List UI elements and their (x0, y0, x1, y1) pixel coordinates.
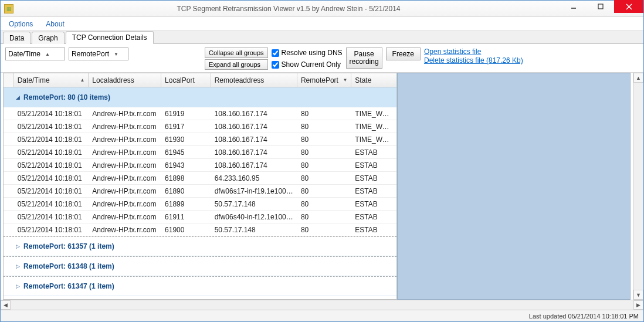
minimize-button[interactable] (560, 0, 587, 13)
cell-remoteaddress: dfw06s40-in-f12.1e100.net (211, 213, 297, 221)
col-state[interactable]: State (351, 73, 396, 87)
table-row[interactable]: 05/21/2014 10:18:01Andrew-HP.tx.rr.com61… (4, 159, 396, 172)
tab-connection-details[interactable]: TCP Connection Details (66, 31, 154, 44)
cell-remoteport: 80 (297, 123, 351, 131)
cell-localport: 61945 (161, 148, 211, 157)
pause-recording-button[interactable]: Pause recording (346, 48, 382, 69)
tabs: Data Graph TCP Connection Details (1, 31, 643, 44)
group-label: RemotePort: 61347 (1 item) (23, 282, 114, 290)
maximize-button[interactable] (587, 0, 614, 13)
cell-localport: 61911 (161, 213, 211, 221)
groupby-2-value: RemotePort (72, 50, 109, 58)
delete-statistics-link[interactable]: Delete statistics file (817.26 Kb) (424, 56, 523, 65)
cell-state: ESTAB (351, 226, 396, 234)
expand-icon[interactable]: ▷ (4, 283, 23, 289)
col-localaddress[interactable]: Localaddress (89, 73, 161, 87)
cell-remoteaddress: 64.233.160.95 (211, 174, 297, 182)
group-label: RemotePort: 80 (10 items) (23, 93, 110, 101)
cell-localport: 61919 (161, 110, 211, 118)
freeze-button[interactable]: Freeze (386, 48, 421, 60)
group-row-closed[interactable]: ▷RemotePort: 61347 (1 item) (4, 276, 396, 296)
menu-options[interactable]: Options (4, 19, 38, 29)
cell-datetime: 05/21/2014 10:18:01 (14, 174, 89, 182)
group-row-closed[interactable]: ▷RemotePort: 61357 (1 item) (4, 236, 396, 256)
cell-localport: 61899 (161, 200, 211, 208)
window-title: TCP Segment Retransmission Viewer v1.5 b… (17, 5, 560, 13)
table-row[interactable]: 05/21/2014 10:18:01Andrew-HP.tx.rr.com61… (4, 185, 396, 198)
scroll-up-icon[interactable]: ▲ (633, 73, 643, 83)
table-row[interactable]: 05/21/2014 10:18:01Andrew-HP.tx.rr.com61… (4, 223, 396, 236)
col-localport[interactable]: LocalPort (161, 73, 211, 87)
collapse-icon[interactable]: ◢ (4, 94, 23, 100)
cell-localaddress: Andrew-HP.tx.rr.com (89, 174, 161, 182)
grid: Date/Time▲ Localaddress LocalPort Remote… (3, 73, 397, 300)
close-button[interactable] (614, 0, 643, 13)
menu-about[interactable]: About (41, 19, 69, 29)
cell-datetime: 05/21/2014 10:18:01 (14, 187, 89, 195)
cell-state: ESTAB (351, 213, 396, 221)
cell-localaddress: Andrew-HP.tx.rr.com (89, 226, 161, 234)
table-row[interactable]: 05/21/2014 10:18:01Andrew-HP.tx.rr.com61… (4, 211, 396, 223)
cell-state: ESTAB (351, 161, 396, 170)
horizontal-scrollbar[interactable]: ◀ ▶ (1, 300, 643, 310)
cell-remoteport: 80 (297, 174, 351, 182)
groupby-combo-2[interactable]: RemotePort▼ (69, 48, 128, 60)
cell-remoteaddress: dfw06s17-in-f19.1e100.net (211, 187, 297, 195)
cell-localaddress: Andrew-HP.tx.rr.com (89, 123, 161, 131)
col-remoteaddress[interactable]: Remoteaddress (211, 73, 297, 87)
cell-localaddress: Andrew-HP.tx.rr.com (89, 148, 161, 157)
table-row[interactable]: 05/21/2014 10:18:01Andrew-HP.tx.rr.com61… (4, 198, 396, 211)
resolve-dns-checkbox[interactable]: Resolve using DNS (272, 48, 343, 58)
cell-state: TIME_WAIT (351, 135, 396, 144)
table-row[interactable]: 05/21/2014 10:18:01Andrew-HP.tx.rr.com61… (4, 107, 396, 120)
cell-datetime: 05/21/2014 10:18:01 (14, 135, 89, 144)
tab-data[interactable]: Data (3, 32, 30, 44)
scroll-right-icon[interactable]: ▶ (633, 300, 643, 310)
col-remoteport[interactable]: RemotePort▼ (297, 73, 351, 87)
cell-state: TIME_WAIT (351, 123, 396, 131)
col-datetime[interactable]: Date/Time▲ (14, 73, 89, 87)
cell-datetime: 05/21/2014 10:18:01 (14, 110, 89, 118)
cell-remoteport: 80 (297, 213, 351, 221)
open-statistics-link[interactable]: Open statistics file (424, 48, 523, 56)
resolve-dns-label: Resolve using DNS (282, 49, 343, 57)
show-current-checkbox[interactable]: Show Current Only (272, 59, 343, 70)
cell-datetime: 05/21/2014 10:18:01 (14, 123, 89, 131)
cell-remoteaddress: 50.57.17.148 (211, 226, 297, 234)
cell-state: ESTAB (351, 200, 396, 208)
collapse-all-button[interactable]: Collapse all groups (205, 48, 268, 58)
cell-remoteport: 80 (297, 135, 351, 144)
group-row-open[interactable]: ◢RemotePort: 80 (10 items) (4, 87, 396, 107)
statusbar: Last updated 05/21/2014 10:18:01 PM (1, 310, 643, 321)
cell-localaddress: Andrew-HP.tx.rr.com (89, 110, 161, 118)
table-row[interactable]: 05/21/2014 10:18:01Andrew-HP.tx.rr.com61… (4, 146, 396, 159)
cell-datetime: 05/21/2014 10:18:01 (14, 200, 89, 208)
cell-datetime: 05/21/2014 10:18:01 (14, 148, 89, 157)
cell-localport: 61917 (161, 123, 211, 131)
table-row[interactable]: 05/21/2014 10:18:01Andrew-HP.tx.rr.com61… (4, 120, 396, 133)
menubar: Options About (1, 17, 643, 31)
pause-label: Pause recording (350, 50, 379, 66)
cell-datetime: 05/21/2014 10:18:01 (14, 213, 89, 221)
cell-localaddress: Andrew-HP.tx.rr.com (89, 200, 161, 208)
expand-all-button[interactable]: Expand all groups (205, 59, 268, 70)
table-row[interactable]: 05/21/2014 10:18:01Andrew-HP.tx.rr.com61… (4, 172, 396, 185)
group-label: RemotePort: 61357 (1 item) (23, 242, 114, 250)
group-row-closed[interactable]: ▷RemotePort: 61348 (1 item) (4, 256, 396, 276)
cell-localaddress: Andrew-HP.tx.rr.com (89, 135, 161, 144)
cell-remoteaddress: 50.57.17.148 (211, 200, 297, 208)
groupby-combo-1[interactable]: Date/Time▲ (5, 48, 65, 60)
expand-icon[interactable]: ▷ (4, 243, 23, 249)
cell-state: ESTAB (351, 174, 396, 182)
toolbar: Date/Time▲ RemotePort▼ Collapse all grou… (1, 44, 643, 73)
vertical-scrollbar[interactable]: ▲ ▼ (633, 73, 643, 300)
scroll-down-icon[interactable]: ▼ (633, 290, 643, 300)
expand-icon[interactable]: ▷ (4, 263, 23, 269)
cell-state: ESTAB (351, 187, 396, 195)
tab-graph[interactable]: Graph (32, 32, 64, 44)
titlebar: ▦ TCP Segment Retransmission Viewer v1.5… (1, 1, 643, 17)
table-row[interactable]: 05/21/2014 10:18:01Andrew-HP.tx.rr.com61… (4, 133, 396, 146)
side-panel (397, 73, 631, 300)
scroll-left-icon[interactable]: ◀ (1, 300, 11, 310)
status-text: Last updated 05/21/2014 10:18:01 PM (529, 313, 639, 320)
